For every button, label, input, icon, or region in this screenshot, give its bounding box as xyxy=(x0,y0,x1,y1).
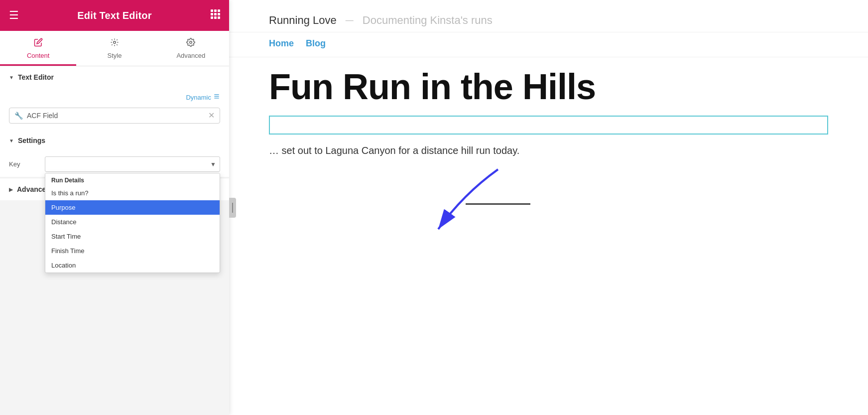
dropdown-item-distance[interactable]: Distance xyxy=(45,215,220,229)
acf-input-wrapper: 🔧 ✕ xyxy=(9,108,220,124)
svg-point-9 xyxy=(114,41,116,44)
post-title: Fun Run in the Hills xyxy=(269,67,828,107)
acf-field-row: 🔧 ✕ xyxy=(0,105,229,130)
tab-content-label: Content xyxy=(27,52,50,59)
text-editor-label: Text Editor xyxy=(18,73,54,81)
svg-rect-0 xyxy=(211,9,213,12)
annotation-arrow xyxy=(423,164,523,244)
settings-arrow-icon: ▼ xyxy=(9,138,14,143)
svg-rect-5 xyxy=(218,13,220,15)
post-body: … set out to Laguna Canyon for a distanc… xyxy=(269,142,828,158)
em-dash: — xyxy=(346,16,354,25)
site-nav: Home Blog xyxy=(229,32,868,57)
main-content: Fun Run in the Hills … set out to Laguna… xyxy=(229,57,868,173)
dropdown-item-finish-time[interactable]: Finish Time xyxy=(45,244,220,258)
resize-handle[interactable] xyxy=(229,198,236,218)
svg-point-10 xyxy=(190,41,192,44)
dynamic-button[interactable]: Dynamic xyxy=(186,93,220,102)
advanced-arrow-icon: ▶ xyxy=(9,187,13,192)
svg-rect-2 xyxy=(218,9,220,12)
dropdown-item-is-this-a-run[interactable]: Is this a run? xyxy=(45,186,220,200)
tab-style[interactable]: Style xyxy=(76,31,152,66)
svg-rect-1 xyxy=(214,9,217,12)
grid-icon[interactable] xyxy=(210,9,220,22)
tab-content[interactable]: Content xyxy=(0,31,76,66)
dynamic-row: Dynamic xyxy=(0,88,229,105)
dropdown-menu: Run Details Is this a run? Purpose Dista… xyxy=(45,173,220,273)
site-tagline: Documenting Kinsta's runs xyxy=(363,14,493,27)
acf-field-input[interactable] xyxy=(27,112,204,120)
dynamic-label: Dynamic xyxy=(186,94,211,101)
settings-section: ▼ Settings Key ▼ Run Details Is this a r… xyxy=(0,130,229,177)
tab-style-label: Style xyxy=(108,52,122,59)
post-body-content: set out to Laguna Canyon for a distance … xyxy=(282,145,520,156)
tab-advanced-label: Advanced xyxy=(176,52,205,59)
right-content: Running Love — Documenting Kinsta's runs… xyxy=(229,0,868,415)
site-title: Running Love xyxy=(269,14,337,27)
svg-rect-8 xyxy=(218,16,220,19)
advanced-gear-icon xyxy=(186,38,195,49)
key-select-wrapper: ▼ Run Details Is this a run? Purpose Dis… xyxy=(45,156,220,172)
arrow-annotation xyxy=(423,164,523,246)
hamburger-icon[interactable]: ☰ xyxy=(9,9,19,22)
nav-blog[interactable]: Blog xyxy=(306,38,326,49)
site-header: Running Love — Documenting Kinsta's runs xyxy=(229,0,868,32)
dropdown-group-label: Run Details xyxy=(45,173,220,186)
key-select[interactable] xyxy=(45,156,220,172)
nav-home[interactable]: Home xyxy=(269,38,294,49)
svg-rect-7 xyxy=(214,16,217,19)
tab-advanced[interactable]: Advanced xyxy=(153,31,229,66)
panel-header-title: Edit Text Editor xyxy=(77,10,152,21)
dropdown-item-location[interactable]: Location xyxy=(45,258,220,273)
dropdown-item-purpose[interactable]: Purpose xyxy=(45,200,220,215)
panel-body: ▼ Text Editor Dynamic 🔧 ✕ xyxy=(0,66,229,415)
selection-box[interactable] xyxy=(269,116,828,135)
svg-rect-3 xyxy=(211,13,213,15)
text-editor-arrow-icon: ▼ xyxy=(9,75,14,80)
left-panel: ☰ Edit Text Editor xyxy=(0,0,229,415)
settings-section-header[interactable]: ▼ Settings xyxy=(0,130,229,151)
horizontal-line-annotation xyxy=(466,203,530,205)
dropdown-item-start-time[interactable]: Start Time xyxy=(45,229,220,244)
post-body-text: … xyxy=(269,145,279,156)
acf-clear-button[interactable]: ✕ xyxy=(208,112,215,120)
style-icon xyxy=(110,38,119,49)
svg-rect-4 xyxy=(214,13,217,15)
panel-header: ☰ Edit Text Editor xyxy=(0,0,229,31)
svg-rect-6 xyxy=(211,16,213,19)
dynamic-icon xyxy=(213,93,220,102)
wrench-icon: 🔧 xyxy=(14,112,23,120)
key-label: Key xyxy=(9,160,39,168)
pencil-icon xyxy=(34,38,43,49)
text-editor-section-header[interactable]: ▼ Text Editor xyxy=(0,66,229,88)
key-row: Key ▼ Run Details Is this a run? Purpose… xyxy=(0,151,229,177)
panel-tabs: Content Style Advanced xyxy=(0,31,229,66)
settings-label: Settings xyxy=(18,137,45,144)
